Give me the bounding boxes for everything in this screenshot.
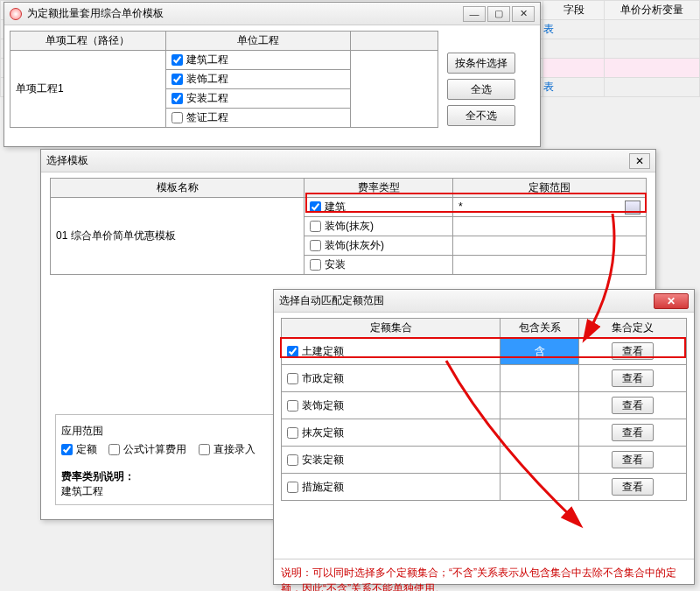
table-row[interactable]: 土建定额 含 查看 [282,338,687,365]
titlebar-1[interactable]: 为定额批量套用综合单价模板 — ▢ ✕ [4,3,540,25]
maximize-button[interactable]: ▢ [487,6,510,22]
chk-direct[interactable] [199,444,210,455]
scope-picker-icon[interactable] [625,201,640,215]
rate-checkbox-1[interactable] [310,221,321,232]
chk-quota[interactable] [61,444,73,455]
unit-row[interactable]: 建筑工程 [165,51,350,70]
unit-checkbox-2[interactable] [172,93,183,104]
chk-quota-label[interactable]: 定额 [61,443,97,455]
table-row[interactable]: 措施定额 查看 [282,474,687,501]
hdr-quota-scope: 定额范围 [528,181,570,193]
select-none-button[interactable]: 全不选 [447,105,515,126]
project-unit-table: 单项工程（路径） 单位工程 单项工程1 建筑工程 装饰工程 安装工程 签证工程 [10,31,438,128]
view-button[interactable]: 查看 [612,424,654,441]
window-batch-template: 为定额批量套用综合单价模板 — ▢ ✕ 单项工程（路径） 单位工程 单项工程1 … [4,2,541,147]
bg-col-field: 字段 [564,4,584,16]
titlebar-2[interactable]: 选择模板 ✕ [41,150,655,172]
set-checkbox-1[interactable] [287,373,298,384]
rate-row[interactable]: 安装 [304,256,453,275]
set-checkbox-3[interactable] [287,427,298,439]
chk-formula-label[interactable]: 公式计算费用 [108,443,186,455]
scope-groupbox: 应用范围 定额 公式计算费用 直接录入 费率类别说明： 建筑工程 [55,414,307,505]
bg-link2[interactable]: 表 [543,81,554,93]
window-auto-match-scope: 选择自动匹配定额范围 ✕ 定额集合 包含关系 集合定义 土建定额 含 查看 市政… [273,289,695,585]
hdr-definition: 集合定义 [612,321,654,334]
set-checkbox-0[interactable] [287,346,298,357]
rate-checkbox-0[interactable] [310,201,321,213]
scope-cell[interactable]: * [453,198,647,217]
project-name-cell[interactable]: 单项工程1 [10,51,166,128]
hdr-quota-set: 定额集合 [370,321,412,334]
close-button-2[interactable]: ✕ [629,153,650,169]
unit-checkbox-0[interactable] [172,54,183,66]
view-button[interactable]: 查看 [612,451,654,468]
table-row[interactable]: 安装定额 查看 [282,447,687,474]
unit-row[interactable]: 签证工程 [165,109,350,128]
unit-row[interactable]: 安装工程 [165,89,350,109]
titlebar-3[interactable]: 选择自动匹配定额范围 ✕ [274,290,694,313]
rate-row[interactable]: 装饰(抹灰) [304,217,453,236]
chk-formula[interactable] [108,444,120,455]
chk-direct-label[interactable]: 直接录入 [199,443,256,455]
minimize-button[interactable]: — [463,6,486,22]
view-button[interactable]: 查看 [612,397,654,414]
close-button-3[interactable]: ✕ [654,293,689,309]
bg-link[interactable]: 表 [543,23,554,35]
rate-checkbox-3[interactable] [310,259,321,271]
bg-col-analysis: 单价分析变量 [620,4,683,16]
unit-checkbox-1[interactable] [172,74,183,85]
hdr-unit: 单位工程 [237,34,279,46]
window3-title: 选择自动匹配定额范围 [279,293,654,308]
scope-section-title: 应用范围 [61,424,301,439]
rate-row[interactable]: 装饰(抹灰外) [304,236,453,256]
template-table: 模板名称 费率类型 定额范围 01 综合单价简单优惠模板 建筑 * 装饰(抹灰)… [50,178,647,275]
close-button[interactable]: ✕ [512,6,535,22]
table-row[interactable]: 抹灰定额 查看 [282,419,687,447]
view-button[interactable]: 查看 [612,369,654,387]
rate-row[interactable]: 建筑 [304,198,453,217]
filter-button[interactable]: 按条件选择 [447,53,515,74]
window2-title: 选择模板 [46,153,629,168]
unit-row[interactable]: 装饰工程 [165,70,350,89]
template-name-cell[interactable]: 01 综合单价简单优惠模板 [51,198,304,275]
unit-checkbox-3[interactable] [172,112,183,123]
table-row[interactable]: 市政定额 查看 [282,365,687,392]
set-checkbox-5[interactable] [287,482,298,493]
view-button[interactable]: 查看 [612,342,654,360]
rate-checkbox-2[interactable] [310,240,321,251]
app-icon [10,8,22,20]
rate-desc-value: 建筑工程 [61,484,301,499]
select-all-button[interactable]: 全选 [447,79,515,100]
hdr-rate-type: 费率类型 [358,181,400,193]
hdr-template-name: 模板名称 [157,181,199,193]
hdr-project: 单项工程（路径） [46,34,130,46]
window1-title: 为定额批量套用综合单价模板 [27,6,461,21]
table-row[interactable]: 装饰定额 查看 [282,392,687,419]
hdr-relation: 包含关系 [519,321,561,334]
footer-note: 说明：可以同时选择多个定额集合；“不含”关系表示从包含集合中去除不含集合中的定额… [274,559,694,591]
set-checkbox-2[interactable] [287,400,298,412]
relation-cell[interactable]: 含 [500,338,579,365]
set-checkbox-4[interactable] [287,454,298,466]
rate-desc-label: 费率类别说明： [61,469,301,484]
quota-set-table: 定额集合 包含关系 集合定义 土建定额 含 查看 市政定额 查看 装饰定额 查看… [281,318,687,501]
view-button[interactable]: 查看 [612,478,654,496]
